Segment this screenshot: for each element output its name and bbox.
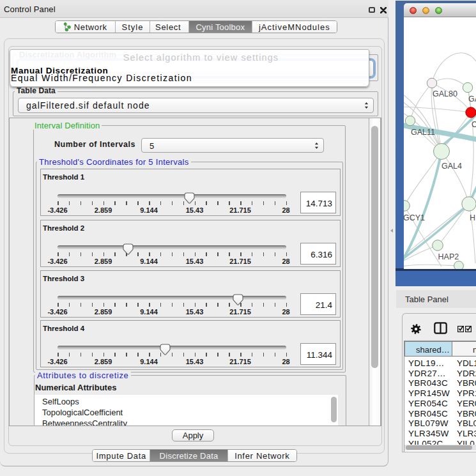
svg-text:GAL11: GAL11	[411, 128, 435, 137]
svg-text:GAL4: GAL4	[441, 162, 462, 171]
svg-text:GCY1: GCY1	[404, 213, 425, 222]
svg-text:GAL80: GAL80	[433, 89, 457, 98]
svg-text:HAP2: HAP2	[438, 252, 459, 261]
svg-text:GA: GA	[468, 95, 476, 104]
svg-text:C: C	[472, 120, 476, 129]
svg-text:H: H	[470, 213, 475, 222]
